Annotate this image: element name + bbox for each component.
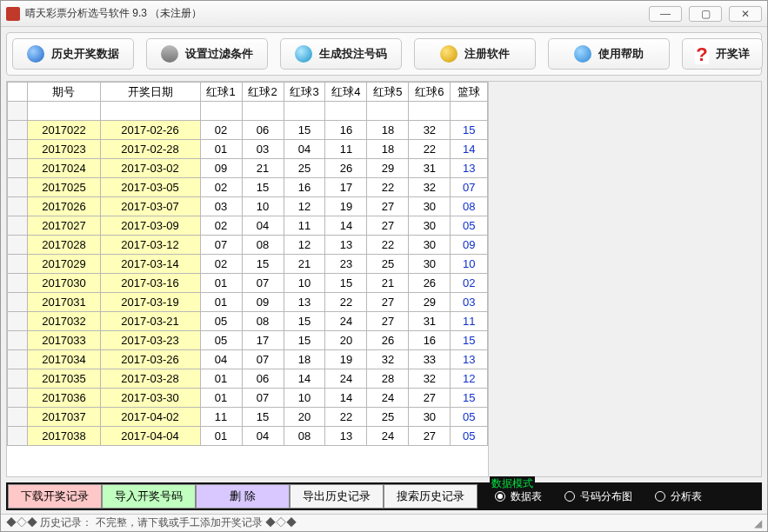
row-selector[interactable] — [8, 178, 28, 197]
mode-table-radio[interactable]: 数据表 — [495, 489, 542, 504]
cell-red4: 14 — [325, 389, 367, 408]
col-r2[interactable]: 红球2 — [242, 83, 284, 102]
cell-issue: 2017029 — [28, 255, 100, 274]
cell-blue: 05 — [451, 427, 488, 446]
row-selector[interactable] — [8, 369, 28, 389]
col-blue[interactable]: 篮球 — [451, 83, 488, 102]
cell-red6: 27 — [409, 427, 451, 446]
cell-red6: 33 — [409, 350, 451, 369]
table-row[interactable]: 20170252017-03-0502151617223207 — [8, 178, 488, 197]
cell-blue: 15 — [451, 389, 488, 408]
cell-blue: 07 — [451, 178, 488, 197]
table-row[interactable]: 20170302017-03-1601071015212602 — [8, 274, 488, 293]
detail-button[interactable]: ?开奖详 — [682, 38, 763, 70]
table-row[interactable]: 20170272017-03-0902041114273005 — [8, 216, 488, 236]
row-selector[interactable] — [8, 427, 28, 446]
maximize-button[interactable]: ▢ — [689, 6, 722, 22]
cell-issue: 2017030 — [28, 274, 100, 293]
cell-blue: 15 — [451, 121, 488, 140]
table-row[interactable]: 20170222017-02-2602061516183215 — [8, 121, 488, 140]
row-selector[interactable] — [8, 121, 28, 140]
cell-issue: 2017034 — [28, 350, 100, 369]
cell-red5: 21 — [367, 274, 409, 293]
row-selector[interactable] — [8, 255, 28, 274]
cell-blue: 15 — [451, 331, 488, 350]
row-selector[interactable] — [8, 274, 28, 293]
table-row[interactable]: 20170312017-03-1901091322272903 — [8, 293, 488, 312]
cell-red2: 08 — [242, 236, 284, 255]
cell-issue: 2017032 — [28, 312, 100, 331]
cell-red3: 25 — [284, 159, 325, 178]
resize-grip-icon[interactable]: ◢ — [754, 517, 762, 529]
cell-issue: 2017028 — [28, 236, 100, 255]
cell-red4: 26 — [325, 159, 367, 178]
table-row[interactable]: 20170232017-02-2801030411182214 — [8, 140, 488, 159]
row-selector[interactable] — [8, 293, 28, 312]
cell-red6: 31 — [409, 159, 451, 178]
delete-tab[interactable]: 删 除 — [196, 484, 290, 509]
row-selector[interactable] — [8, 197, 28, 216]
mode-analysis-radio[interactable]: 分析表 — [655, 489, 702, 504]
search-records-tab[interactable]: 搜索历史记录 — [384, 484, 477, 509]
import-numbers-tab[interactable]: 导入开奖号码 — [102, 484, 196, 509]
table-row[interactable]: 20170382017-04-0401040813242705 — [8, 427, 488, 446]
cell-blue: 13 — [451, 350, 488, 369]
table-row[interactable]: 20170362017-03-3001071014242715 — [8, 389, 488, 408]
cell-red1: 01 — [200, 389, 242, 408]
table-row[interactable]: 20170242017-03-0209212526293113 — [8, 159, 488, 178]
cell-issue: 2017026 — [28, 197, 100, 216]
col-r4[interactable]: 红球4 — [325, 83, 367, 102]
close-button[interactable]: ✕ — [729, 6, 762, 22]
row-selector[interactable] — [8, 159, 28, 178]
filter-button[interactable]: 设置过滤条件 — [146, 38, 268, 70]
row-selector[interactable] — [8, 331, 28, 350]
table-row[interactable]: 20170342017-03-2604071819323313 — [8, 350, 488, 369]
register-button[interactable]: 注册软件 — [414, 38, 536, 70]
minimize-button[interactable]: — — [649, 6, 682, 22]
results-table[interactable]: 期号 开奖日期 红球1 红球2 红球3 红球4 红球5 红球6 篮球 20170… — [7, 82, 488, 446]
col-r3[interactable]: 红球3 — [284, 83, 325, 102]
row-selector[interactable] — [8, 408, 28, 427]
cell-blue: 11 — [451, 312, 488, 331]
row-selector[interactable] — [8, 140, 28, 159]
tools-icon — [161, 45, 178, 63]
col-r5[interactable]: 红球5 — [367, 83, 409, 102]
table-row[interactable]: 20170352017-03-2801061424283212 — [8, 369, 488, 389]
table-row[interactable]: 20170262017-03-0703101219273008 — [8, 197, 488, 216]
cell-red1: 07 — [200, 236, 242, 255]
cell-red2: 15 — [242, 255, 284, 274]
row-selector[interactable] — [8, 312, 28, 331]
cell-date: 2017-04-02 — [100, 408, 200, 427]
download-records-tab[interactable]: 下载开奖记录 — [8, 484, 102, 509]
col-date[interactable]: 开奖日期 — [100, 83, 200, 102]
table-filter-row[interactable] — [8, 102, 488, 121]
row-selector[interactable] — [8, 350, 28, 369]
table-row[interactable]: 20170322017-03-2105081524273111 — [8, 312, 488, 331]
row-selector[interactable] — [8, 236, 28, 255]
table-row[interactable]: 20170332017-03-2305171520261615 — [8, 331, 488, 350]
col-r1[interactable]: 红球1 — [200, 83, 242, 102]
cell-red4: 11 — [325, 140, 367, 159]
col-issue[interactable]: 期号 — [28, 83, 100, 102]
generate-button[interactable]: 生成投注号码 — [280, 38, 402, 70]
cell-red2: 10 — [242, 197, 284, 216]
table-row[interactable]: 20170292017-03-1402152123253010 — [8, 255, 488, 274]
history-data-button[interactable]: 历史开奖数据 — [12, 38, 134, 70]
titlebar: 晴天彩票分析选号软件 9.3 （未注册） — ▢ ✕ — [1, 1, 767, 27]
mode-legend: 数据模式 — [490, 476, 535, 491]
key-icon — [440, 45, 457, 63]
mode-distribution-radio[interactable]: 号码分布图 — [564, 489, 632, 504]
table-row[interactable]: 20170372017-04-0211152022253005 — [8, 408, 488, 427]
col-r6[interactable]: 红球6 — [409, 83, 451, 102]
cell-red5: 26 — [367, 331, 409, 350]
cell-red3: 10 — [284, 274, 325, 293]
table-row[interactable]: 20170282017-03-1207081213223009 — [8, 236, 488, 255]
row-selector[interactable] — [8, 216, 28, 236]
cell-red4: 20 — [325, 331, 367, 350]
cell-red5: 27 — [367, 293, 409, 312]
export-records-tab[interactable]: 导出历史记录 — [290, 484, 384, 509]
row-selector[interactable] — [8, 389, 28, 408]
help-button[interactable]: 使用帮助 — [548, 38, 670, 70]
cell-blue: 02 — [451, 274, 488, 293]
cell-date: 2017-02-28 — [100, 140, 200, 159]
